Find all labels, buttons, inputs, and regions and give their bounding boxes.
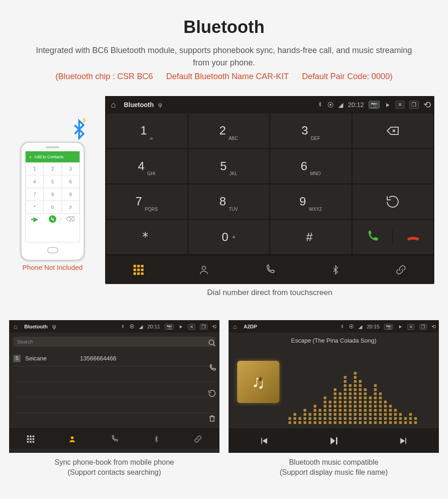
volume-icon[interactable]: 🕨 (178, 324, 183, 329)
phone-key: 3 (62, 162, 80, 175)
phone-key: 0 (43, 201, 61, 214)
nav-dialpad[interactable] (10, 429, 52, 449)
phonebook-caption: Sync phone-book from mobile phone (Suppo… (9, 457, 219, 478)
key-4[interactable]: 4GHI (106, 149, 188, 184)
status-title: A2DP (244, 324, 257, 329)
nav-call-log[interactable] (93, 429, 135, 449)
svg-rect-13 (30, 435, 32, 437)
phone-key: 4 (26, 175, 43, 188)
recent-apps-icon[interactable]: ❐ (409, 101, 419, 109)
music-body: Escape (The Pina Colada Song) ♫✱ (229, 333, 438, 429)
back-icon[interactable]: ⟲ (423, 99, 431, 110)
svg-rect-14 (32, 435, 34, 437)
phone-key: 1 (26, 162, 43, 175)
camera-icon[interactable]: 📷 (384, 324, 393, 330)
nav-dialpad[interactable] (106, 255, 171, 284)
refresh-icon[interactable] (208, 389, 216, 400)
bottom-nav (106, 255, 434, 284)
contact-row-empty (13, 366, 215, 382)
call-icon[interactable] (208, 364, 216, 375)
key-3[interactable]: 3DEF (270, 113, 352, 149)
key-2[interactable]: 2ABC (188, 113, 270, 149)
camera-icon[interactable]: 📷 (368, 101, 380, 109)
phone-key: # (62, 201, 80, 214)
bluetooth-status-icon (340, 324, 344, 330)
key-hash[interactable]: # (270, 220, 352, 255)
home-icon[interactable]: ⌂ (229, 323, 241, 330)
volume-icon[interactable]: 🕨 (398, 324, 403, 329)
key-6[interactable]: 6MNO (270, 149, 352, 184)
page-title: Bluetooth (0, 17, 448, 37)
music-screen: ⌂ A2DP ⦿ ◢ 20:15 📷 🕨 ✕ ❐ ⟲ Escape (The P… (229, 320, 439, 453)
backspace-button[interactable] (352, 113, 434, 149)
nav-contacts[interactable] (171, 255, 237, 284)
svg-point-10 (202, 266, 206, 270)
nav-call-log[interactable] (237, 255, 303, 284)
call-icon (43, 214, 61, 224)
nav-pair[interactable] (177, 429, 219, 449)
contact-row-empty (13, 397, 215, 413)
spec-pair: Default Pair Code: 0000) (302, 72, 393, 81)
volume-icon[interactable]: 🕨 (384, 101, 391, 108)
prev-track-button[interactable] (229, 429, 299, 452)
clock: 20:11 (147, 324, 160, 329)
phone-screen: ＋ Add to Contacts 1 2 3 4 5 6 7 8 9 * 0 … (25, 151, 80, 242)
nav-pair[interactable] (368, 255, 434, 284)
key-0[interactable]: 0+ (188, 220, 270, 255)
svg-rect-12 (27, 435, 29, 437)
search-icon[interactable] (208, 339, 216, 349)
recent-apps-icon[interactable]: ❐ (419, 324, 427, 330)
video-icon: ▪▶ (26, 214, 43, 224)
bluetooth-icon (69, 119, 90, 145)
music-caption: Bluetooth music compatible (Support disp… (229, 457, 439, 478)
svg-rect-6 (141, 268, 144, 271)
svg-rect-7 (133, 272, 136, 275)
clock: 20:12 (348, 101, 364, 108)
wifi-icon: ◢ (358, 324, 362, 330)
nav-bluetooth[interactable] (135, 429, 177, 449)
close-icon[interactable]: ✕ (395, 101, 405, 109)
nav-contacts[interactable] (52, 429, 94, 449)
back-icon[interactable]: ⟲ (212, 324, 216, 330)
camera-icon[interactable]: 📷 (165, 324, 174, 330)
key-9[interactable]: 9WXYZ (270, 184, 352, 220)
recent-apps-icon[interactable]: ❐ (200, 324, 208, 330)
contacts-list[interactable]: S Seicane 13566664466 (10, 351, 219, 429)
bluetooth-status-icon (317, 101, 323, 109)
bluetooth-overlay-icon: ✱ (258, 376, 263, 383)
usb-icon: ψ (52, 323, 56, 330)
dial-call-button[interactable] (352, 230, 393, 244)
search-input[interactable]: Search (13, 337, 215, 347)
close-icon[interactable]: ✕ (407, 324, 415, 330)
status-bar: ⌂ A2DP ⦿ ◢ 20:15 📷 🕨 ✕ ❐ ⟲ (229, 321, 438, 333)
hangup-button[interactable] (393, 230, 433, 244)
key-8[interactable]: 8TUV (188, 184, 270, 220)
clock: 20:15 (367, 324, 379, 329)
wifi-icon: ◢ (139, 324, 143, 330)
close-icon[interactable]: ✕ (188, 324, 195, 330)
spec-line: (Bluetooth chip : CSR BC6 Default Blueto… (0, 72, 448, 81)
call-hangup-row (352, 220, 434, 255)
home-icon[interactable]: ⌂ (10, 323, 21, 330)
home-icon[interactable]: ⌂ (106, 100, 121, 110)
nav-bluetooth[interactable] (303, 255, 368, 284)
next-track-button[interactable] (368, 429, 438, 452)
key-7[interactable]: 7PQRS (106, 184, 188, 220)
side-actions (208, 339, 216, 425)
delete-icon[interactable] (208, 414, 216, 425)
svg-rect-15 (27, 438, 29, 440)
key-1[interactable]: 1∞ (106, 113, 188, 149)
location-icon: ⦿ (129, 324, 134, 329)
key-star[interactable]: * (106, 220, 188, 255)
key-5[interactable]: 5JKL (188, 149, 270, 184)
svg-point-11 (209, 340, 214, 345)
status-bar: ⌂ Bluetooth ψ ⦿ ◢ 20:12 📷 🕨 ✕ ❐ ⟲ (106, 97, 434, 113)
contact-row[interactable]: S Seicane 13566664466 (13, 351, 215, 366)
svg-rect-9 (141, 272, 144, 275)
back-icon[interactable]: ⟲ (432, 324, 436, 330)
svg-rect-16 (30, 438, 32, 440)
location-icon: ⦿ (349, 324, 354, 329)
redial-button[interactable] (352, 184, 434, 220)
contact-row-empty (13, 382, 215, 397)
play-pause-button[interactable] (299, 429, 369, 452)
